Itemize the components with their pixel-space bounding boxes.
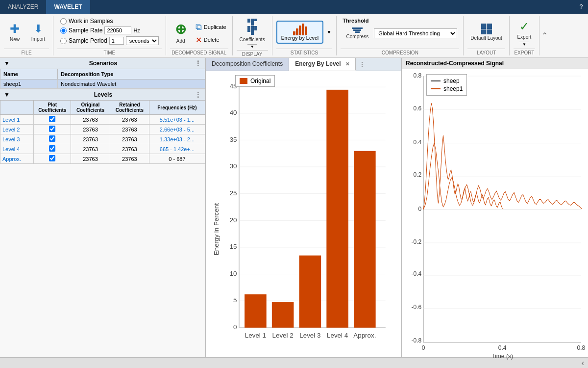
default-layout-icon bbox=[481, 24, 492, 34]
table-row[interactable]: Level 42376323763665 - 1.42e+... bbox=[0, 144, 205, 154]
sample-rate-input[interactable] bbox=[104, 26, 131, 34]
scenarios-col-type: Decomposition Type bbox=[57, 69, 205, 79]
center-tab-bar: Decomposition Coefficients Energy By Lev… bbox=[206, 58, 401, 71]
new-button[interactable]: ✚ New bbox=[4, 20, 25, 44]
new-icon: ✚ bbox=[10, 22, 20, 36]
table-row[interactable]: Level 323763237631.33e+03 - 2... bbox=[0, 134, 205, 144]
svg-text:0.6: 0.6 bbox=[413, 105, 421, 112]
levels-col-empty bbox=[0, 101, 34, 115]
original-coefficients: 23763 bbox=[71, 154, 110, 164]
bar-chart-area: Original Energy in Percent 0 5 10 bbox=[206, 71, 401, 366]
level-name[interactable]: Level 4 bbox=[0, 144, 34, 154]
close-tab-icon[interactable]: ✕ bbox=[345, 61, 349, 67]
statistics-dropdown[interactable]: ▼ bbox=[325, 29, 332, 35]
svg-text:30: 30 bbox=[230, 162, 237, 170]
plot-coefficients-checkbox[interactable] bbox=[34, 144, 71, 154]
export-button[interactable]: ✓ Export bbox=[514, 18, 535, 42]
threshold-label: Threshold bbox=[343, 18, 457, 24]
compress-row: Compress Global Hard Thresholding bbox=[343, 26, 457, 41]
coefficients-dropdown[interactable]: ▼ bbox=[247, 44, 257, 49]
svg-text:15: 15 bbox=[230, 243, 237, 250]
tab-wavelet[interactable]: WAVELET bbox=[46, 0, 90, 14]
sample-period-input[interactable] bbox=[109, 37, 124, 45]
export-buttons: ✓ Export ▼ bbox=[514, 16, 535, 49]
import-button[interactable]: ⬇ Import bbox=[27, 21, 49, 44]
compress-button[interactable]: Compress bbox=[343, 26, 372, 41]
table-row[interactable]: Approx.23763237630 - 687 bbox=[0, 154, 205, 164]
ribbon-collapse-button[interactable]: ⌃ bbox=[539, 16, 550, 55]
table-row[interactable]: Level 223763237632.66e+03 - 5... bbox=[0, 125, 205, 134]
export-dropdown[interactable]: ▼ bbox=[519, 42, 529, 47]
svg-text:5: 5 bbox=[233, 296, 237, 304]
period-unit-select[interactable]: seconds bbox=[126, 36, 159, 45]
table-row[interactable]: sheep1 Nondecimated Wavelet bbox=[0, 79, 205, 89]
tab-more-button[interactable]: ⋮ bbox=[356, 58, 368, 71]
svg-text:0.2: 0.2 bbox=[413, 171, 421, 178]
sample-period-radio-row: Sample Period seconds bbox=[60, 36, 159, 45]
svg-text:35: 35 bbox=[230, 136, 237, 143]
x-axis-label: Time (s) bbox=[491, 353, 513, 360]
plot-coefficients-checkbox[interactable] bbox=[34, 125, 71, 134]
help-button[interactable]: ? bbox=[574, 0, 588, 14]
retained-coefficients: 23763 bbox=[110, 134, 149, 144]
frequencies[interactable]: 1.33e+03 - 2... bbox=[149, 134, 205, 144]
scenarios-header[interactable]: ▼ Scenarios ⋮ bbox=[0, 58, 205, 69]
ribbon: ✚ New ⬇ Import FILE Work in Samples Samp… bbox=[0, 14, 588, 58]
legend-original-color bbox=[240, 78, 247, 84]
scenarios-more-button[interactable]: ⋮ bbox=[195, 59, 201, 67]
energy-by-level-button[interactable]: Energy by Level bbox=[276, 21, 324, 44]
table-row[interactable]: Level 123763237635.51e+03 - 1... bbox=[0, 115, 205, 125]
levels-col-freq: Frequencies (Hz) bbox=[149, 101, 205, 115]
levels-header[interactable]: ▼ Levels ⋮ bbox=[0, 89, 205, 100]
ribbon-group-time: Work in Samples Sample Rate Hz Sample Pe… bbox=[53, 16, 166, 55]
ribbon-group-statistics: Energy by Level ▼ STATISTICS bbox=[272, 16, 337, 55]
title-bar: ANALYZER WAVELET ? bbox=[0, 0, 588, 14]
tab-energy-by-level[interactable]: Energy By Level ✕ bbox=[289, 58, 355, 71]
retained-coefficients: 23763 bbox=[110, 154, 149, 164]
legend-sheep-line bbox=[431, 80, 441, 81]
ribbon-group-file: ✚ New ⬇ Import FILE bbox=[0, 16, 53, 55]
scenarios-arrow: ▼ bbox=[4, 60, 10, 67]
frequencies[interactable]: 2.66e+03 - 5... bbox=[149, 125, 205, 134]
signal-sheep1-spike bbox=[423, 103, 503, 209]
bar-chart-svg: Energy in Percent 0 5 10 15 20 bbox=[211, 76, 396, 361]
delete-button[interactable]: ✕ Delete bbox=[194, 34, 228, 46]
right-panel-header: Reconstructed-Compressed Signal bbox=[402, 58, 588, 69]
plot-coefficients-checkbox[interactable] bbox=[34, 154, 71, 164]
export-button-wrapper: ✓ Export ▼ bbox=[514, 18, 535, 47]
threshold-select[interactable]: Global Hard Thresholding bbox=[374, 28, 457, 38]
level-name[interactable]: Level 3 bbox=[0, 134, 34, 144]
tab-decomposition-coefficients[interactable]: Decomposition Coefficients bbox=[206, 58, 289, 71]
work-in-samples-radio[interactable]: Work in Samples bbox=[60, 18, 159, 25]
ribbon-group-display: Coefficients ▼ DISPLAY bbox=[233, 16, 272, 55]
tab-analyzer[interactable]: ANALYZER bbox=[0, 0, 46, 14]
add-button[interactable]: ⊕ Add bbox=[170, 19, 192, 46]
default-layout-button[interactable]: Default Layout bbox=[467, 22, 505, 43]
coeff-button-wrapper: Coefficients ▼ bbox=[237, 17, 268, 49]
bar-chart-legend: Original bbox=[235, 75, 275, 87]
frequencies[interactable]: 5.51e+03 - 1... bbox=[149, 115, 205, 125]
right-chart-area: sheep sheep1 0.8 0.6 bbox=[402, 69, 588, 364]
frequencies[interactable]: 665 - 1.42e+... bbox=[149, 144, 205, 154]
energy-icon bbox=[293, 24, 307, 35]
x-label-level4: Level 4 bbox=[327, 332, 348, 339]
plot-coefficients-checkbox[interactable] bbox=[34, 134, 71, 144]
right-panel: Reconstructed-Compressed Signal sheep sh… bbox=[402, 58, 588, 357]
level-name[interactable]: Level 1 bbox=[0, 115, 34, 125]
level-name[interactable]: Level 2 bbox=[0, 125, 34, 134]
duplicate-button[interactable]: ⧉ Duplicate bbox=[194, 21, 228, 33]
x-label-approx: Approx. bbox=[353, 332, 376, 339]
level-name[interactable]: Approx. bbox=[0, 154, 34, 164]
levels-more-button[interactable]: ⋮ bbox=[195, 91, 201, 99]
frequencies: 0 - 687 bbox=[149, 154, 205, 164]
original-coefficients: 23763 bbox=[71, 144, 110, 154]
plot-coefficients-checkbox[interactable] bbox=[34, 115, 71, 125]
svg-text:-0.4: -0.4 bbox=[411, 270, 421, 277]
scenarios-col-name: Name bbox=[0, 69, 58, 79]
coefficients-button[interactable]: Coefficients bbox=[237, 17, 268, 44]
duplicate-icon: ⧉ bbox=[196, 22, 202, 32]
svg-text:25: 25 bbox=[230, 189, 237, 197]
file-buttons: ✚ New ⬇ Import bbox=[4, 16, 49, 49]
add-button-group: ⊕ Add bbox=[170, 19, 192, 46]
x-tick-0: 0 bbox=[422, 344, 425, 351]
